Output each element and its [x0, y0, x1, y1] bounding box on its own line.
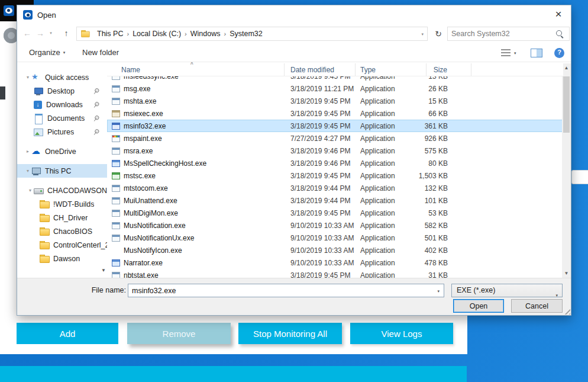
folder-icon	[40, 240, 49, 250]
help-icon[interactable]	[554, 48, 564, 58]
file-type-icon	[112, 210, 120, 217]
sidebar-item[interactable]: ▸ OneDrive	[17, 145, 107, 158]
search-input[interactable]	[451, 28, 552, 40]
column-header-type[interactable]: Type	[356, 63, 427, 76]
column-header-name[interactable]: Name	[107, 63, 285, 76]
sidebar-item-label: ControlCenterl_2	[53, 241, 107, 249]
dialog-titlebar[interactable]: Open	[17, 5, 571, 24]
sidebar-item[interactable]: Pictures	[17, 125, 107, 139]
app-action-button[interactable]: View Logs	[350, 323, 453, 344]
file-row[interactable]: MuiUnattend.exe 3/18/2019 9:44 PM Applic…	[107, 194, 563, 207]
file-row[interactable]: MultiDigiMon.exe 3/18/2019 9:45 PM Appli…	[107, 207, 563, 219]
open-button[interactable]: Open	[453, 299, 504, 313]
preview-pane-icon[interactable]	[531, 49, 542, 57]
forward-icon[interactable]	[34, 27, 47, 40]
file-row[interactable]: nbtstat.exe 3/18/2019 9:45 PM Applicatio…	[107, 269, 563, 278]
list-scrollbar[interactable]	[562, 63, 571, 278]
sidebar-item[interactable]: ▾ This PC	[17, 164, 107, 178]
file-name: mshta.exe	[124, 97, 156, 105]
file-date-modified: 9/10/2019 10:33 AM	[285, 222, 356, 230]
file-row[interactable]: mtstocom.exe 3/18/2019 9:44 PM Applicati…	[107, 182, 563, 194]
file-date-modified: 9/10/2019 10:33 AM	[285, 259, 356, 267]
breadcrumb-item[interactable]: Local Disk (C:)	[130, 30, 184, 38]
address-dropdown-icon[interactable]	[421, 32, 424, 37]
sidebar-item[interactable]: Desktop	[17, 84, 107, 98]
expander-icon[interactable]: ▾	[24, 75, 31, 80]
expander-icon[interactable]: ▸	[24, 149, 31, 154]
sidebar-item[interactable]: CH_Driver	[17, 211, 107, 224]
file-type-icon	[112, 259, 120, 267]
resize-grip[interactable]	[563, 307, 570, 314]
view-options-icon[interactable]	[501, 49, 511, 57]
sidebar-item[interactable]: ▾ CHACODAWSON	[17, 184, 107, 197]
file-type-select[interactable]: EXE (*.exe)	[451, 284, 563, 297]
sidebar-item[interactable]: ControlCenterl_2	[17, 238, 107, 252]
file-row[interactable]: MusNotification.exe 9/10/2019 10:33 AM A…	[107, 219, 563, 232]
file-type-icon	[112, 123, 120, 130]
close-icon[interactable]	[552, 8, 565, 21]
file-name: mspaint.exe	[124, 134, 162, 143]
sidebar-item-label: ChacoBIOS	[53, 227, 92, 236]
file-type: Application	[356, 122, 415, 130]
recent-locations-chevron-icon[interactable]	[47, 27, 55, 40]
app-action-button[interactable]: Stop Monitoring All	[238, 323, 342, 344]
file-name-input[interactable]	[132, 285, 422, 296]
document-icon	[34, 114, 43, 123]
file-name: msinfo32.exe	[124, 122, 166, 130]
file-row[interactable]: mspaint.exe 7/27/2019 4:27 PM Applicatio…	[107, 132, 563, 145]
file-size: 402 KB	[415, 246, 471, 255]
address-bar[interactable]: This PC›Local Disk (C:)›Windows›System32	[76, 27, 428, 41]
file-name: msg.exe	[124, 85, 150, 93]
column-header-size[interactable]: Size	[427, 63, 471, 76]
breadcrumb-item[interactable]: Windows	[188, 30, 224, 38]
expander-icon[interactable]: ▾	[27, 188, 34, 193]
file-row[interactable]: msinfo32.exe 3/18/2019 9:45 PM Applicati…	[107, 120, 563, 132]
sidebar-scroll-down-icon[interactable]	[100, 268, 107, 273]
file-name: Narrator.exe	[124, 259, 163, 267]
file-row[interactable]: mshta.exe 3/18/2019 9:45 PM Application …	[107, 95, 563, 107]
file-row[interactable]: msra.exe 3/18/2019 9:46 PM Application 5…	[107, 145, 563, 157]
search-icon[interactable]	[556, 30, 564, 38]
app-action-button[interactable]: Add	[17, 323, 118, 344]
file-row[interactable]: mstsc.exe 3/18/2019 9:45 PM Application …	[107, 169, 563, 182]
file-row[interactable]: Narrator.exe 9/10/2019 10:33 AM Applicat…	[107, 256, 563, 269]
chevron-down-icon[interactable]	[514, 51, 516, 56]
breadcrumb-item[interactable]: This PC	[94, 30, 126, 38]
file-date-modified: 3/18/2019 11:21 PM	[285, 85, 356, 93]
file-row[interactable]: msfeedssync.exe 3/18/2019 9:45 PM Applic…	[107, 76, 563, 82]
file-row[interactable]: msg.exe 3/18/2019 11:21 PM Application 2…	[107, 82, 563, 95]
new-folder-button[interactable]: New folder	[82, 48, 119, 57]
file-size: 13 KB	[415, 76, 471, 81]
file-type: Application	[356, 97, 415, 105]
file-type: Application	[356, 259, 415, 267]
sidebar-item[interactable]: ChacoBIOS	[17, 224, 107, 238]
back-icon[interactable]	[21, 27, 34, 40]
sidebar-item[interactable]: !WDT-Builds	[17, 197, 107, 211]
organize-button[interactable]: Organize	[29, 48, 65, 57]
sidebar-item[interactable]: Downloads	[17, 98, 107, 111]
column-header-date-modified[interactable]: Date modified	[285, 63, 356, 76]
breadcrumb-item[interactable]: System32	[227, 30, 266, 38]
file-row[interactable]: msiexec.exe 3/18/2019 9:45 PM Applicatio…	[107, 107, 563, 120]
expander-icon[interactable]: ▾	[24, 168, 31, 174]
up-icon[interactable]	[60, 27, 73, 40]
file-date-modified: 9/10/2019 10:33 AM	[285, 234, 356, 242]
file-date-modified: 3/18/2019 9:45 PM	[285, 110, 356, 118]
app-action-button[interactable]: Remove	[127, 323, 231, 344]
sidebar-item[interactable]: ▾ Quick access	[17, 70, 107, 84]
file-type-icon	[112, 185, 120, 192]
sidebar-item-label: Documents	[47, 114, 85, 123]
cancel-button[interactable]: Cancel	[511, 299, 563, 313]
chevron-down-icon[interactable]	[437, 289, 440, 294]
sidebar: ▾ Quick access Desktop Downloads Documen…	[17, 70, 107, 265]
refresh-icon[interactable]	[431, 27, 445, 41]
sidebar-item[interactable]: Documents	[17, 111, 107, 125]
scroll-up-icon[interactable]	[562, 63, 571, 72]
file-row[interactable]: MusNotifyIcon.exe 9/10/2019 10:33 AM App…	[107, 244, 563, 256]
scroll-thumb[interactable]	[563, 76, 570, 133]
file-row[interactable]: MsSpellCheckingHost.exe 3/18/2019 9:46 P…	[107, 157, 563, 169]
file-row[interactable]: MusNotificationUx.exe 9/10/2019 10:33 AM…	[107, 232, 563, 244]
scroll-down-icon[interactable]	[562, 269, 571, 278]
folder-icon	[40, 213, 49, 223]
sidebar-item[interactable]: Dawson	[17, 252, 107, 265]
